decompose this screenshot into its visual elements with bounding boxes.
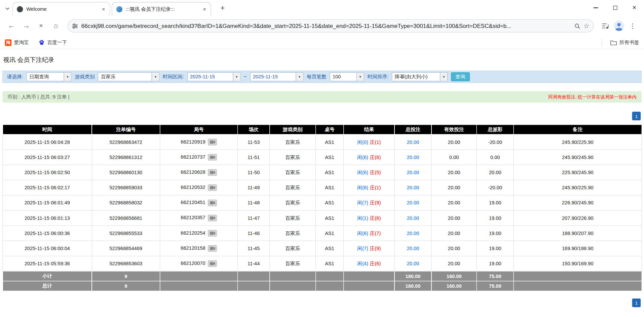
- media-controls-icon[interactable]: [599, 19, 612, 32]
- table-row: 2025-11-15 06:01:49522968858032662120451…: [3, 195, 642, 210]
- total-bet-cell: 20.00: [394, 226, 431, 241]
- col-payout: 总派彩: [477, 125, 514, 134]
- address-bar[interactable]: 66cxkj98.com/game/betrecord_search/kind3…: [67, 19, 594, 32]
- url-text[interactable]: 66cxkj98.com/game/betrecord_search/kind3…: [81, 23, 571, 29]
- bet-id-cell: 522968861312: [92, 150, 160, 165]
- page-1-button[interactable]: 1: [632, 112, 641, 120]
- total-total-bet: 180.00: [394, 281, 431, 291]
- profile-avatar[interactable]: [614, 21, 624, 31]
- video-replay-button[interactable]: [208, 154, 217, 161]
- bet-id-cell: 522968860130: [92, 165, 160, 180]
- site-info-icon[interactable]: [72, 23, 78, 29]
- game-type-select[interactable]: 百家乐 ▾: [98, 72, 159, 81]
- session-cell: 11-53: [238, 134, 270, 150]
- video-replay-button[interactable]: [208, 215, 217, 222]
- chevron-down-icon[interactable]: ▾: [440, 73, 447, 81]
- tab-close-icon[interactable]: ×: [201, 5, 208, 13]
- bet-table-body: 2025-11-15 06:04:28522968863472662120919…: [3, 134, 642, 271]
- payout-cell: 0.00: [477, 150, 514, 165]
- total-bet-link[interactable]: 20.00: [407, 169, 419, 175]
- video-replay-button[interactable]: [208, 169, 217, 176]
- forward-button[interactable]: →: [20, 19, 33, 32]
- bet-id-cell: 522968858032: [92, 195, 160, 210]
- subtotal-count: 9: [92, 271, 160, 281]
- chevron-down-icon[interactable]: ▾: [152, 73, 159, 81]
- zoom-icon[interactable]: [574, 23, 580, 29]
- tab-welcome[interactable]: Welcome ×: [12, 2, 110, 15]
- tab-strip: Welcome × :::视讯 会员下注纪录::: × + ×: [0, 0, 644, 15]
- video-replay-button[interactable]: [208, 260, 217, 267]
- sort-order-value: 降幂(由大到小): [392, 73, 440, 80]
- minimize-button[interactable]: [586, 0, 605, 15]
- back-button[interactable]: ←: [5, 19, 18, 32]
- video-replay-button[interactable]: [208, 184, 217, 191]
- date-range-label: 时间区间:: [163, 73, 184, 80]
- date-start-select[interactable]: 2025-11-15 ▾: [187, 72, 241, 81]
- footer-empty-cell: [344, 271, 394, 281]
- valid-bet-cell: 20.00: [431, 134, 477, 150]
- valid-bet-cell: 20.00: [431, 226, 477, 241]
- maximize-button[interactable]: [605, 0, 624, 15]
- chevron-down-icon[interactable]: ▾: [64, 73, 71, 81]
- result-banker: 庄(6): [370, 215, 381, 221]
- bet-table: 时间 注单编号 局号 场次 游戏类别 桌号 结果 总投注 有效投注 总派彩 备注…: [2, 124, 642, 291]
- video-replay-button[interactable]: [208, 139, 217, 146]
- video-replay-button[interactable]: [208, 245, 217, 252]
- bookmark-star-icon[interactable]: ☆: [583, 22, 590, 30]
- subtotal-label: 小计: [3, 271, 92, 281]
- total-bet-link[interactable]: 20.00: [407, 200, 419, 206]
- close-window-button[interactable]: ×: [625, 0, 644, 15]
- valid-bet-cell: 20.00: [431, 241, 477, 256]
- session-cell: 11-51: [238, 150, 270, 165]
- sort-order-select[interactable]: 降幂(由大到小) ▾: [392, 72, 448, 81]
- video-replay-button[interactable]: [208, 200, 217, 206]
- chevron-down-icon[interactable]: ▾: [296, 73, 303, 81]
- summary-bar: 币别 : 人民币 | 总共 :9 注单 | 同局有效投注, 统一计算在该局第一张…: [2, 91, 641, 103]
- total-bet-link[interactable]: 20.00: [407, 245, 419, 251]
- result-player: 闲(0): [357, 139, 368, 145]
- time-cell: 2025-11-15 06:00:36: [3, 226, 92, 241]
- footer-empty-cell: [238, 281, 270, 291]
- all-bookmarks-button[interactable]: 所有书签: [610, 39, 639, 46]
- minimize-icon: [594, 7, 598, 8]
- footer-empty-cell: [270, 271, 316, 281]
- tab-close-icon[interactable]: ×: [100, 5, 107, 13]
- remark-cell: 150.90/169.90: [514, 256, 642, 271]
- bookmark-taobao[interactable]: 淘 爱淘宝: [5, 39, 29, 46]
- search-button[interactable]: 查询: [451, 72, 470, 81]
- time-cell: 2025-11-15 06:01:49: [3, 195, 92, 210]
- browser-menu-icon[interactable]: ⋮: [626, 19, 639, 32]
- chevron-down-icon[interactable]: ▾: [233, 73, 240, 81]
- chevron-down-icon[interactable]: ▾: [356, 73, 364, 81]
- round-cell: 662120254: [160, 226, 238, 241]
- video-replay-button[interactable]: [208, 230, 217, 237]
- table-no-cell: AS1: [316, 134, 344, 150]
- date-start-value: 2025-11-15: [188, 74, 233, 80]
- tab-bet-record[interactable]: :::视讯 会员下注纪录::: ×: [112, 2, 211, 15]
- total-bet-link[interactable]: 20.00: [407, 139, 419, 145]
- total-count: 9: [92, 281, 160, 291]
- page-size-select[interactable]: 100 ▾: [330, 72, 364, 81]
- payout-cell: 19.00: [477, 241, 514, 256]
- total-bet-link[interactable]: 20.00: [407, 261, 419, 267]
- round-cell: 662120158: [160, 241, 238, 256]
- game-type-cell: 百家乐: [270, 180, 316, 195]
- bookmark-baidu[interactable]: 百度一下: [39, 39, 67, 46]
- session-cell: 11-45: [238, 241, 270, 256]
- footer-empty-cell: [514, 281, 642, 291]
- tab-list-chevron-icon[interactable]: [4, 5, 11, 12]
- page-1-button[interactable]: 1: [632, 299, 641, 307]
- date-end-select[interactable]: 2025-11-15 ▾: [250, 72, 303, 81]
- valid-bet-cell: 20.00: [431, 210, 477, 226]
- total-bet-link[interactable]: 20.00: [407, 185, 419, 191]
- round-number: 662120919: [181, 139, 205, 145]
- home-button[interactable]: ⌂: [49, 19, 63, 32]
- total-bet-link[interactable]: 20.00: [407, 230, 419, 236]
- total-bet-link[interactable]: 20.00: [407, 154, 419, 160]
- query-type-select[interactable]: 日期查询 ▾: [27, 72, 72, 81]
- total-bet-link[interactable]: 20.00: [407, 215, 419, 221]
- new-tab-button[interactable]: +: [218, 3, 227, 13]
- stop-button[interactable]: ×: [35, 19, 48, 32]
- result-banker: 庄(1): [370, 185, 381, 190]
- valid-bet-cell: 20.00: [431, 256, 477, 271]
